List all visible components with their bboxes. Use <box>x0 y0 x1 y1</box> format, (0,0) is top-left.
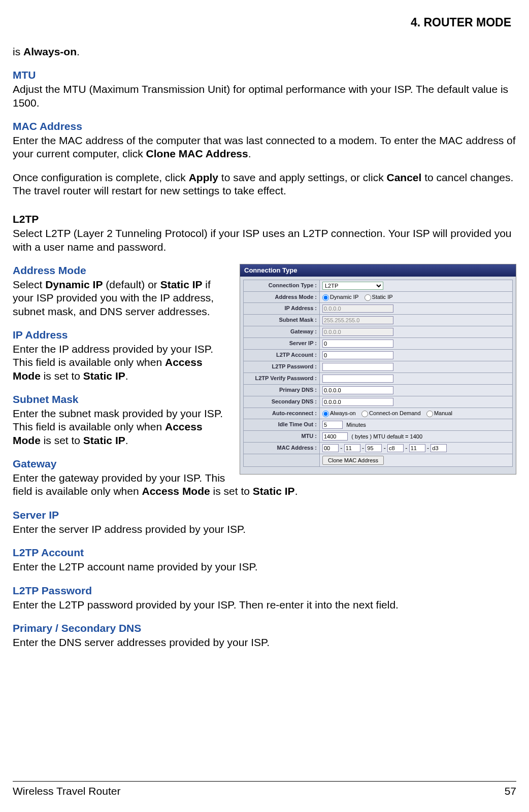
text: Enter the MAC address of the computer th… <box>13 134 516 159</box>
body-text: Enter the L2TP password provided by your… <box>13 598 516 612</box>
section-l2tp-account: L2TP Account Enter the L2TP account name… <box>13 546 516 574</box>
clone-mac-button[interactable]: Clone MAC Address <box>322 456 384 465</box>
text: is <box>13 46 23 57</box>
form-table: Connection Type : L2TP Address Mode : Dy… <box>243 280 513 467</box>
mac-octet-input[interactable] <box>409 444 425 452</box>
text-bold: Static IP <box>160 279 203 290</box>
mac-octet-input[interactable] <box>344 444 360 452</box>
note-text: ( bytes ) MTU default = 1400 <box>351 433 422 439</box>
radio-always-on[interactable]: Always-on <box>322 410 356 416</box>
heading: MAC Address <box>13 120 516 133</box>
page-footer: Wireless Travel Router 57 <box>13 781 516 798</box>
label: L2TP Verify Password : <box>244 373 320 385</box>
body-text: Enter the gateway provided by your ISP. … <box>13 471 516 498</box>
label: IP Address : <box>244 303 320 315</box>
l2tp-password-input[interactable] <box>322 363 393 371</box>
section-mtu: MTU Adjust the MTU (Maximum Transmission… <box>13 69 516 110</box>
text-bold: Static IP <box>253 485 295 497</box>
radio-label: Connect-on Demand <box>369 410 421 416</box>
unit-text: Minutes <box>346 422 366 428</box>
radio-input[interactable] <box>365 294 371 301</box>
heading: L2TP Password <box>13 584 516 597</box>
apply-note: Once configuration is complete, click Ap… <box>13 171 516 198</box>
l2tp-verify-password-input[interactable] <box>322 375 393 383</box>
label: Secondary DNS : <box>244 396 320 408</box>
section-server-ip: Server IP Enter the server IP address pr… <box>13 509 516 536</box>
heading: L2TP Account <box>13 546 516 559</box>
ip-address-input[interactable] <box>322 304 393 313</box>
heading: L2TP <box>13 213 516 226</box>
radio-label: Manual <box>434 410 452 416</box>
gateway-input[interactable] <box>322 328 393 336</box>
l2tp-account-input[interactable] <box>322 351 393 359</box>
label: Server IP : <box>244 338 320 350</box>
heading: MTU <box>13 69 516 82</box>
text-bold: Always-on <box>23 46 77 57</box>
text: . <box>248 148 251 159</box>
body-text: Enter the L2TP account name provided by … <box>13 560 516 573</box>
intro-line: is Always-on. <box>13 45 516 58</box>
radio-input[interactable] <box>426 411 433 417</box>
text: Select <box>13 279 45 290</box>
primary-dns-input[interactable] <box>322 386 393 394</box>
label: Auto-reconnect : <box>244 408 320 419</box>
radio-input[interactable] <box>361 411 368 417</box>
text-bold: Apply <box>189 172 218 183</box>
section-l2tp-password: L2TP Password Enter the L2TP password pr… <box>13 584 516 612</box>
radio-manual[interactable]: Manual <box>426 410 452 416</box>
subnet-mask-input[interactable] <box>322 316 393 324</box>
label: Primary DNS : <box>244 385 320 396</box>
heading: Primary / Secondary DNS <box>13 622 516 635</box>
label: Connection Type : <box>244 280 320 292</box>
text: . <box>295 485 298 497</box>
radio-input[interactable] <box>322 411 329 417</box>
text: is set to <box>41 370 83 382</box>
section-l2tp: L2TP Select L2TP (Layer 2 Tunneling Prot… <box>13 213 516 254</box>
footer-title: Wireless Travel Router <box>13 785 120 798</box>
text-bold: Clone MAC Address <box>146 148 248 159</box>
text: Once configuration is complete, click <box>13 172 189 183</box>
text-bold: Access Mode <box>142 485 210 497</box>
mac-octet-input[interactable] <box>431 444 447 452</box>
label: L2TP Password : <box>244 361 320 373</box>
body-text: Enter the DNS server addresses provided … <box>13 636 516 649</box>
text: (default) or <box>103 279 160 290</box>
body-text: Enter the server IP address provided by … <box>13 523 516 536</box>
text: . <box>125 370 128 382</box>
label: MAC Address : <box>244 443 320 454</box>
radio-label: Always-on <box>330 410 356 416</box>
radio-label: Static IP <box>372 294 393 300</box>
section-mac: MAC Address Enter the MAC address of the… <box>13 120 516 161</box>
section-dns: Primary / Secondary DNS Enter the DNS se… <box>13 622 516 650</box>
label <box>244 454 320 467</box>
radio-static-ip[interactable]: Static IP <box>365 294 393 300</box>
panel-title: Connection Type <box>240 264 516 277</box>
mac-octet-input[interactable] <box>387 444 404 452</box>
text-bold: Dynamic IP <box>45 279 103 290</box>
chapter-title: 4. ROUTER MODE <box>13 15 516 30</box>
text-bold: Static IP <box>83 434 125 446</box>
server-ip-input[interactable] <box>322 340 393 348</box>
label: Subnet Mask : <box>244 315 320 326</box>
text: is set to <box>41 434 83 446</box>
text-bold: Static IP <box>83 370 125 382</box>
heading: Server IP <box>13 509 516 522</box>
label: Gateway : <box>244 326 320 338</box>
radio-label: Dynamic IP <box>330 294 358 300</box>
radio-input[interactable] <box>322 294 329 301</box>
mac-octet-input[interactable] <box>322 444 339 452</box>
text: is set to <box>210 485 253 497</box>
radio-connect-on-demand[interactable]: Connect-on Demand <box>361 410 421 416</box>
secondary-dns-input[interactable] <box>322 398 393 406</box>
connection-type-select[interactable]: L2TP <box>322 282 383 290</box>
idle-timeout-input[interactable] <box>322 421 343 429</box>
text: . <box>77 46 80 57</box>
mac-octet-input[interactable] <box>366 444 382 452</box>
mtu-input[interactable] <box>322 432 348 441</box>
radio-dynamic-ip[interactable]: Dynamic IP <box>322 294 358 300</box>
body-text: Adjust the MTU (Maximum Transmission Uni… <box>13 83 516 110</box>
label: Idle Time Out : <box>244 419 320 431</box>
text-bold: Cancel <box>387 172 422 183</box>
text: . <box>125 434 128 446</box>
page-number: 57 <box>505 785 516 798</box>
